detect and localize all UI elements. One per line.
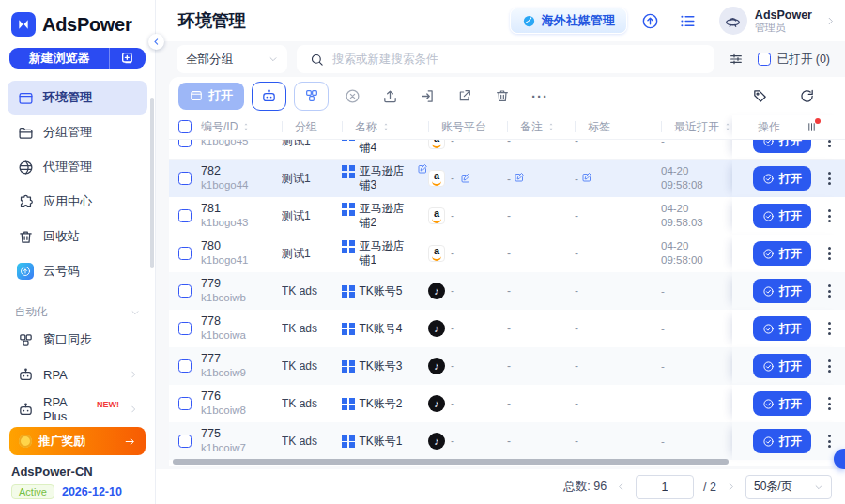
horizontal-scrollbar[interactable] — [173, 459, 729, 465]
edit-icon[interactable] — [417, 164, 428, 175]
table-row[interactable]: k1bogo45测试1亚马逊店铺4a----打开 — [169, 140, 845, 160]
import-button[interactable] — [413, 82, 441, 110]
opened-filter-checkbox[interactable]: 已打开 (0) — [758, 52, 832, 68]
sidebar-item-3[interactable]: 应用中心 — [8, 185, 147, 219]
column-header-2[interactable]: 名称 — [342, 119, 428, 135]
new-browser-label[interactable]: 新建浏览器 — [9, 50, 109, 67]
page-input[interactable]: 1 — [636, 475, 694, 499]
row-checkbox[interactable] — [169, 284, 201, 298]
sidebar-item-0[interactable]: 环境管理 — [8, 81, 147, 115]
edit-icon[interactable] — [460, 173, 471, 184]
table-row[interactable]: 775k1bcoiw7TK adsTK账号1♪----打开 — [169, 422, 845, 460]
close-all-button[interactable] — [338, 82, 366, 110]
next-page-button[interactable] — [726, 481, 736, 492]
open-browser-button[interactable]: 打开 — [753, 429, 811, 453]
refresh-button[interactable] — [792, 82, 821, 110]
delete-button[interactable] — [488, 82, 516, 110]
advanced-filter-icon[interactable] — [724, 52, 748, 67]
automation-item-0[interactable]: 窗口同步 — [8, 323, 147, 357]
column-header-3[interactable]: 账号平台 — [428, 119, 507, 135]
promo-banner[interactable]: 推广奖励 — [9, 427, 146, 455]
tag-manage-button[interactable] — [745, 82, 774, 110]
sidebar-collapse-button[interactable] — [148, 34, 164, 50]
new-browser-button[interactable]: 新建浏览器 — [9, 48, 146, 69]
sort-icon[interactable] — [546, 122, 556, 131]
column-header-0[interactable]: 编号/ID — [201, 119, 282, 135]
rpa-robot-button[interactable] — [252, 82, 286, 111]
group-select[interactable]: 全部分组 — [177, 45, 287, 73]
table-row[interactable]: 782k1bogo44测试1亚马逊店铺3a-- - 04-2009:58:08打… — [169, 160, 845, 197]
table-row[interactable]: 776k1bcoiw8TK adsTK账号2♪----打开 — [169, 385, 845, 422]
more-actions-button[interactable]: ··· — [526, 82, 554, 110]
row-checkbox[interactable] — [169, 209, 201, 222]
row-checkbox[interactable] — [169, 140, 201, 147]
row-more-button[interactable] — [828, 322, 831, 335]
cell-last-open: 04-2009:58:08 — [661, 164, 732, 192]
table-row[interactable]: 778k1bcoiwaTK adsTK账号4♪----打开 — [169, 310, 845, 347]
avatar[interactable] — [719, 7, 747, 35]
open-browser-button[interactable]: 打开 — [753, 279, 811, 303]
row-more-button[interactable] — [828, 359, 831, 373]
edit-icon[interactable] — [514, 172, 525, 183]
row-more-button[interactable] — [828, 435, 831, 448]
chevron-down-icon[interactable] — [131, 308, 140, 317]
page-size-select[interactable]: 50条/页 — [745, 475, 832, 499]
column-header-4[interactable]: 备注 — [507, 119, 575, 135]
task-list-button[interactable] — [674, 7, 702, 35]
overseas-social-button[interactable]: 海外社媒管理 — [510, 8, 627, 34]
table-row[interactable]: 781k1bogo43测试1亚马逊店铺2a---04-2009:58:03打开 — [169, 197, 845, 235]
row-more-button[interactable] — [828, 284, 831, 298]
export-upload-button[interactable] — [376, 82, 404, 110]
quick-create-icon[interactable] — [110, 51, 146, 66]
row-more-button[interactable] — [828, 172, 831, 185]
column-header-5[interactable]: 标签 — [575, 119, 661, 135]
open-browser-button[interactable]: 打开 — [753, 391, 811, 416]
row-more-button[interactable] — [828, 140, 831, 147]
row-more-button[interactable] — [828, 209, 831, 222]
sort-icon[interactable] — [381, 122, 391, 131]
row-checkbox[interactable] — [169, 397, 201, 410]
column-header-1[interactable]: 分组 — [282, 119, 342, 135]
row-checkbox[interactable] — [169, 247, 201, 260]
open-browser-button[interactable]: 打开 — [753, 354, 811, 378]
column-header-6[interactable]: 最近打开 — [661, 119, 732, 135]
column-settings-icon[interactable] — [806, 121, 818, 133]
cell-tag: - — [575, 247, 661, 260]
open-browser-button[interactable]: 打开 — [753, 316, 811, 341]
table-row[interactable]: 779k1bcoiwbTK adsTK账号5♪----打开 — [169, 272, 845, 310]
row-checkbox[interactable] — [169, 435, 201, 448]
sidebar-item-2[interactable]: 代理管理 — [8, 150, 147, 184]
row-more-button[interactable] — [828, 397, 831, 410]
open-browser-button[interactable]: 打开 — [753, 140, 811, 153]
chevron-right-icon[interactable] — [825, 16, 836, 26]
row-more-button[interactable] — [828, 247, 831, 260]
sidebar-footer: 推广奖励 AdsPower-CN Active 2026-12-10 环境数96… — [0, 427, 155, 504]
search-input[interactable]: 搜索或新建搜索条件 — [297, 45, 714, 73]
automation-section[interactable]: 自动化 — [0, 300, 155, 322]
open-browser-button[interactable]: 打开 — [753, 241, 811, 266]
sidebar-item-1[interactable]: 分组管理 — [8, 115, 147, 149]
edit-icon[interactable] — [581, 172, 592, 183]
window-sync-button[interactable] — [294, 82, 329, 111]
open-browser-button[interactable]: 打开 — [753, 204, 811, 228]
sort-icon[interactable] — [241, 122, 251, 131]
update-sync-button[interactable] — [637, 7, 665, 35]
prev-page-button[interactable] — [616, 481, 626, 492]
row-checkbox[interactable] — [169, 359, 201, 373]
row-checkbox[interactable] — [169, 172, 201, 185]
sidebar-scrollbar[interactable] — [150, 98, 154, 268]
automation-item-1[interactable]: RPA — [8, 358, 147, 391]
row-checkbox[interactable] — [169, 322, 201, 335]
share-transfer-button[interactable] — [451, 82, 479, 110]
checkbox[interactable] — [758, 53, 771, 66]
table-row[interactable]: 777k1bcoiw9TK adsTK账号3♪----打开 — [169, 347, 845, 385]
automation-item-2[interactable]: RPA PlusNEW! — [8, 392, 147, 426]
sort-icon[interactable] — [723, 122, 732, 131]
user-menu[interactable]: AdsPower 管理员 — [712, 7, 816, 35]
sidebar-item-5[interactable]: 云号码 — [8, 254, 147, 288]
sidebar-item-4[interactable]: 回收站 — [8, 220, 147, 253]
select-all-checkbox[interactable] — [169, 120, 201, 133]
batch-open-button[interactable]: 打开 — [178, 83, 244, 110]
open-browser-button[interactable]: 打开 — [753, 166, 811, 191]
table-row[interactable]: 780k1bogo41测试1亚马逊店铺1a---04-2009:58:00打开 — [169, 235, 845, 272]
